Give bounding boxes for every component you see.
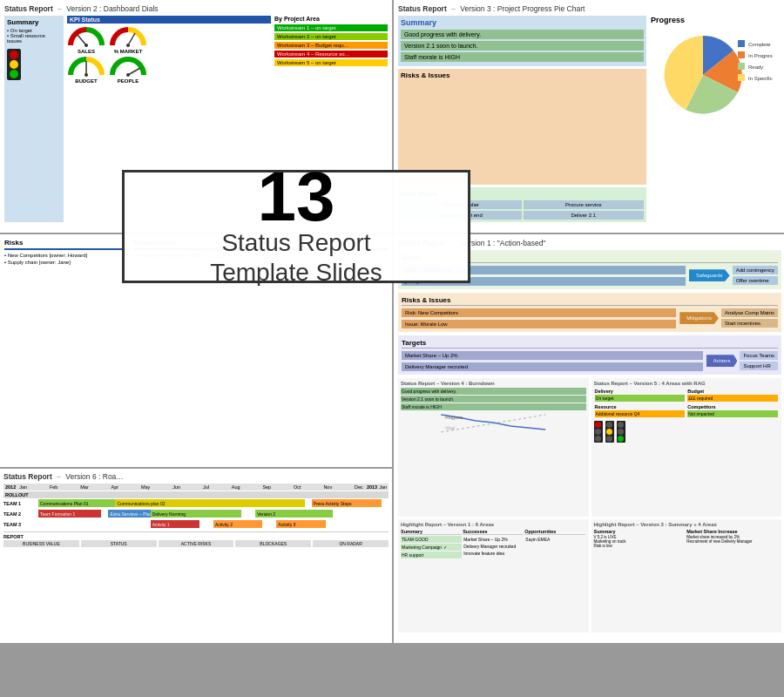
safeguard-list: Add contingency Offer overtime [733,266,778,285]
dial-market: % MARKET [109,26,147,54]
mtl3-g [618,436,624,442]
rc-5: ON RADAR [313,540,389,547]
mitigations-arrow: Mitigations [679,312,719,324]
hl1-s1: TEAM GOOD [401,536,462,543]
legend-inprogress-dot [738,51,745,58]
risk-item-1: • New Competitors [owner: Howard] [4,253,131,258]
rag-r-title: Resource [595,404,686,409]
hl1-s2: Marketing Campaign ✓ [401,544,462,551]
team1-bar3: Press Activity Stops [312,499,382,507]
rag-grid-mini: Delivery On target Budget £££ required R… [594,388,780,418]
rag-delivery: Delivery On target [594,388,686,403]
legend-complete-dot [738,40,745,47]
mv4-s3: Staff morale is HIGH [401,403,586,410]
svg-point-1 [84,44,88,47]
hl1-opp-title: Opportunities [524,529,585,535]
summary-panel: Summary • On target • Small resource iss… [4,16,64,222]
slide2-summary-label: Summary [401,18,644,27]
report-label: REPORT [3,534,389,539]
hl1-succ-title: Successes [463,529,524,535]
mini-v4-title: Status Report – Version 4 : Burndown [401,381,586,386]
gauge-people [109,56,147,78]
hl3-grid: Summary V 5.2 is LIVE Marketing on track… [594,529,780,548]
page-layout: Status Report – Version 2 : Dashboard Di… [0,0,784,697]
act-2: Support HR [740,362,778,370]
dial-people-label: PEOPLE [118,78,139,84]
by-project-title: By Project Area [274,16,388,22]
risks-col-title: Risks [4,239,131,250]
rag-b1: £££ required [687,395,778,402]
mini-v4: Status Report – Version 4 : Burndown Goo… [398,378,589,517]
hl1-su1: Market Share – Up 2% [463,536,524,543]
mini-v5: Status Report – Version 5 : 4 Areas with… [591,378,782,517]
safeguards-row: Safeguards Add contingency Offer overtim… [689,266,778,285]
mtl1-g [595,436,601,442]
year-2013: 2013 [367,484,377,490]
progress-section: Progress Complete [651,16,781,222]
ws-2: Workstream 2 – on target [274,33,388,40]
rag-c-title: Competitors [687,404,778,409]
mtl2-g [606,436,612,442]
team1-label: TEAM 1 [3,501,38,506]
summary-items: • On target • Small resource issues [7,28,61,44]
legend-ready-dot [738,63,745,70]
targets-content: Market Share – Up 2% Delivery Manager re… [402,351,778,371]
mini-tl-2 [605,421,614,443]
slide-2-title: Status Report – Version 3 : Project Prog… [398,4,781,13]
summary-label: Summary [7,18,61,26]
rag-competitors: Competitors Not impacted [686,403,779,418]
safeguards-arrow: Safeguards [689,269,730,281]
summary-item-c: Staff morale is HIGH [401,52,644,62]
team2-bar1: Team Formation 1 [38,510,101,518]
team2-gantt: Team Formation 1 Extra Services – Plan B… [38,510,389,518]
sg-2: Offer overtime [733,276,778,285]
svg-text:Ideal: Ideal [445,425,455,430]
target-1: Market Share – Up 2% [402,351,703,360]
mini-tl-3 [617,421,625,443]
hl1-opportunities: Opportunities Sayin EMEA [524,529,585,558]
dial-budget-label: BUDGET [75,78,97,84]
tl-green [10,70,18,78]
mini-hl3: Highlight Report – Version 3 : Summary +… [591,519,782,633]
progress-label: Progress [651,16,781,24]
hl3-sum-title: Summary [594,529,686,534]
slide2-risks: Risks & Issues [398,69,646,185]
mini-slides-preview: Status Report – Version 4 : Burndown Goo… [398,378,781,633]
dial-budget: BUDGET [67,56,105,84]
act-1: Focus Teams [740,351,778,360]
dial-market-label: % MARKET [114,49,143,54]
overlay-number: 13 [258,166,335,228]
mtl2-y [606,429,612,435]
rc-4: BLOCKAGES [235,540,311,547]
overlay-box: 13 Status Report Template Slides [122,170,470,283]
legend-spec-dot [738,74,745,81]
svg-line-2 [128,33,135,45]
pie-chart: Complete In Progress Ready In Specificat… [651,27,773,123]
hl1-summary: Summary TEAM GOOD Marketing Campaign ✓ H… [401,529,462,558]
ns-4: Deliver 2.1 [524,211,645,220]
kpi-title: KPI Status [67,16,271,24]
rc-2: STATUS [81,540,157,547]
legend-complete-text: Complete [748,42,771,47]
team1-bar2: Communications plan 02 [115,499,304,507]
mtl1-r [595,422,601,428]
slide-4-bottom-row: Status Report – Version 6 : Roa… 2012 Ja… [0,469,392,643]
sg-1: Add contingency [733,266,778,274]
team3-gantt: Activity 1 Activity 2 Activity 3 [38,520,389,529]
rc-1: BUSINESS VALUE [3,540,79,547]
team1-gantt: Communications Plan 01 Communications pl… [38,499,389,508]
timeline-bar: 2012 JanFebMar AprMayJun JulAugSep OctNo… [3,484,389,491]
mv4-s1: Good progress with delivery. [401,388,586,395]
dial-sales: SALES [67,26,105,54]
mitigation-list: Analyse Comp Matrix Start incentives [721,308,778,328]
risks-section-5: Risks & Issues Risk: New Competitors Iss… [398,293,781,332]
slide-1-title: Status Report – Version 2 : Dashboard Di… [4,4,388,13]
ws-5: Workstream 5 – on target [274,59,388,66]
rag-d1: On target [595,395,686,402]
target-items: Market Share – Up 2% Delivery Manager re… [402,351,703,371]
rag-c1: Not impacted [687,410,778,417]
team2-label: TEAM 2 [3,511,38,517]
report-row: REPORT BUSINESS VALUE STATUS ACTIVE RISK… [3,531,389,547]
dial-sales-label: SALES [78,49,95,54]
risks-content: Risk: New Competitors Issue: Morale Low … [402,308,778,328]
